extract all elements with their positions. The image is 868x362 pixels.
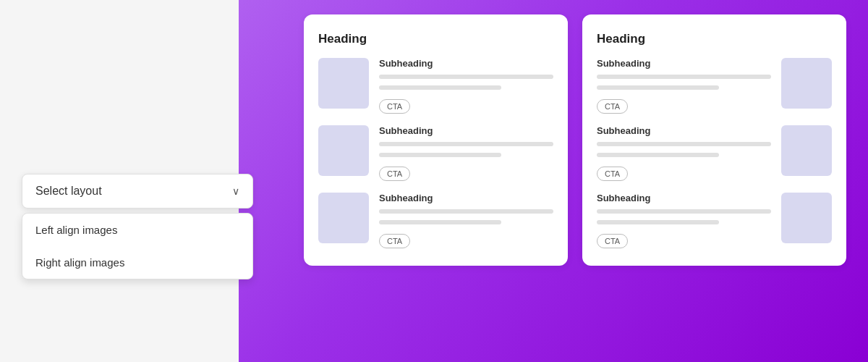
text-line (597, 85, 719, 90)
row-content: Subheading CTA (379, 125, 553, 181)
text-line (597, 209, 771, 214)
row-subheading: Subheading (597, 125, 771, 136)
cta-button[interactable]: CTA (597, 99, 628, 114)
card-1-heading: Heading (318, 32, 553, 46)
row-subheading: Subheading (597, 193, 771, 203)
text-line (597, 75, 771, 79)
dropdown-item-left-align[interactable]: Left align images (22, 214, 252, 246)
image-placeholder (318, 125, 369, 176)
image-placeholder (318, 193, 369, 243)
select-layout-label: Select layout (35, 185, 102, 198)
text-line (379, 75, 553, 79)
row-content: Subheading CTA (597, 125, 771, 181)
table-row: Subheading CTA (597, 193, 832, 248)
card-right-align: Heading Subheading CTA Subheading CTA (582, 14, 846, 266)
cta-button[interactable]: CTA (597, 167, 628, 181)
row-content: Subheading CTA (597, 193, 771, 248)
row-content: Subheading CTA (597, 58, 771, 114)
text-line (597, 153, 719, 157)
cta-button[interactable]: CTA (379, 167, 410, 181)
text-line (597, 142, 771, 146)
table-row: Subheading CTA (318, 58, 553, 114)
text-line (379, 85, 501, 90)
table-row: Subheading CTA (597, 58, 832, 114)
cards-container: Heading Subheading CTA Subheading CTA (304, 14, 846, 266)
text-line (379, 153, 501, 157)
row-subheading: Subheading (379, 125, 553, 136)
table-row: Subheading CTA (318, 193, 553, 248)
cta-button[interactable]: CTA (597, 234, 628, 248)
table-row: Subheading CTA (318, 125, 553, 181)
image-placeholder (781, 193, 832, 243)
table-row: Subheading CTA (597, 125, 832, 181)
text-line (379, 220, 501, 224)
dropdown-item-right-align[interactable]: Right align images (22, 246, 252, 279)
image-placeholder (318, 58, 369, 109)
cta-button[interactable]: CTA (379, 234, 410, 248)
select-layout-button[interactable]: Select layout ∨ (22, 174, 253, 209)
text-line (379, 142, 553, 146)
text-line (379, 209, 553, 214)
dropdown-area: Select layout ∨ Left align images Right … (22, 174, 253, 279)
card-left-align: Heading Subheading CTA Subheading CTA (304, 14, 568, 266)
row-content: Subheading CTA (379, 58, 553, 114)
dropdown-menu: Left align images Right align images (22, 213, 253, 279)
row-subheading: Subheading (597, 58, 771, 69)
cta-button[interactable]: CTA (379, 99, 410, 114)
image-placeholder (781, 58, 832, 109)
row-subheading: Subheading (379, 58, 553, 69)
card-2-heading: Heading (597, 32, 832, 46)
row-content: Subheading CTA (379, 193, 553, 248)
row-subheading: Subheading (379, 193, 553, 203)
main-container: Select layout ∨ Left align images Right … (0, 0, 868, 362)
chevron-down-icon: ∨ (232, 185, 239, 197)
image-placeholder (781, 125, 832, 176)
text-line (597, 220, 719, 224)
